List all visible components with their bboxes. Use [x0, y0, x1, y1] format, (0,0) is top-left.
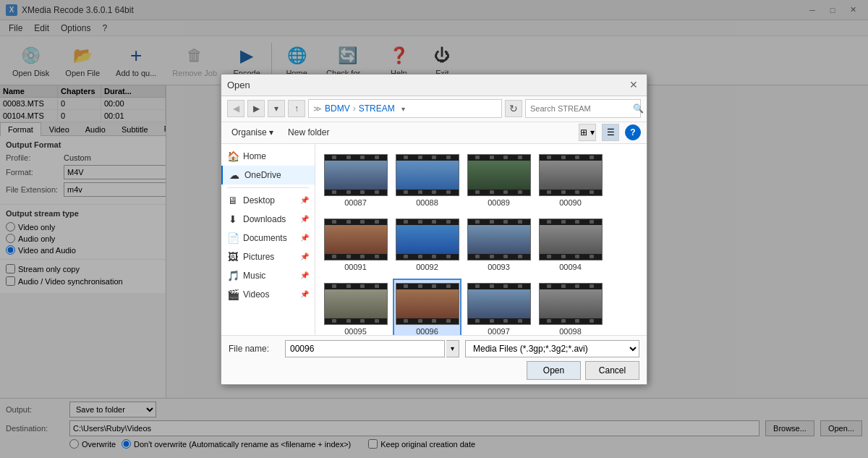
breadcrumb-stream[interactable]: STREAM [359, 103, 395, 114]
file-grid: 00087 00088 [315, 144, 647, 335]
thumb-img-00090 [539, 154, 603, 196]
thumb-img-00091 [324, 219, 388, 260]
sidebar-desktop[interactable]: 🖥 Desktop 📌 [221, 191, 315, 210]
film-strip-bottom [468, 254, 530, 260]
file-00091[interactable]: 00091 [321, 214, 390, 276]
dialog-open-button[interactable]: Open [527, 361, 581, 380]
film-strip-top [325, 284, 387, 289]
modal-overlay: Open ✕ ◀ ▶ ▾ ↑ ≫ BDMV › STREAM ▾ ↻ 🔍 [0, 0, 868, 458]
music-pin-icon: 📌 [300, 271, 309, 279]
file-00089[interactable]: 00089 [464, 150, 533, 211]
filename-row: File name: ▾ Media Files (*.3gp;*.3g2;*.… [229, 340, 639, 357]
breadcrumb-sep: › [353, 103, 356, 114]
sidebar-music[interactable]: 🎵 Music 📌 [221, 266, 315, 285]
desktop-sidebar-icon: 🖥 [227, 195, 239, 206]
dialog-cancel-button[interactable]: Cancel [585, 361, 639, 380]
file-00092[interactable]: 00092 [393, 214, 461, 276]
search-icon: 🔍 [633, 103, 644, 114]
thumb-scene-00092 [396, 225, 459, 254]
file-00097[interactable]: 00097 [464, 279, 533, 335]
film-strip-bottom [468, 190, 530, 195]
open-dialog: Open ✕ ◀ ▶ ▾ ↑ ≫ BDMV › STREAM ▾ ↻ 🔍 [221, 74, 647, 385]
thumb-img-00096 [396, 283, 459, 325]
dialog-body: 🏠 Home ☁ OneDrive 🖥 Desktop 📌 ⬇ Download… [221, 144, 647, 335]
downloads-sidebar-icon: ⬇ [227, 213, 239, 225]
view-list-button[interactable]: ☰ [602, 124, 619, 141]
thumb-scene-00088 [396, 161, 459, 190]
file-filter-select[interactable]: Media Files (*.3gp;*.3g2;*.avi) [465, 340, 639, 357]
film-strip-top [540, 155, 602, 161]
search-box: 🔍 [525, 99, 641, 118]
dialog-help-button[interactable]: ? [625, 124, 641, 140]
sidebar-onedrive[interactable]: ☁ OneDrive [221, 166, 315, 185]
file-00093[interactable]: 00093 [464, 214, 533, 276]
sidebar-home[interactable]: 🏠 Home [221, 147, 315, 166]
dialog-close-button[interactable]: ✕ [626, 77, 641, 92]
dialog-sidebar: 🏠 Home ☁ OneDrive 🖥 Desktop 📌 ⬇ Download… [221, 144, 315, 335]
sidebar-documents[interactable]: 📄 Documents 📌 [221, 229, 315, 247]
film-strip-top [396, 155, 459, 161]
file-00090[interactable]: 00090 [536, 150, 605, 211]
filename-dropdown[interactable]: ▾ [446, 340, 459, 357]
nav-up-button[interactable]: ↑ [288, 100, 305, 117]
file-00095[interactable]: 00095 [321, 279, 390, 335]
film-strip-top [396, 284, 459, 289]
sidebar-home-label: Home [243, 151, 266, 161]
film-strip-top [468, 155, 530, 161]
filename-input-wrap: ▾ [285, 340, 459, 357]
sidebar-videos-label: Videos [243, 289, 269, 300]
sidebar-music-label: Music [243, 271, 265, 281]
film-strip-top [468, 219, 530, 225]
file-label-00091: 00091 [344, 263, 367, 271]
thumb-scene-00094 [540, 225, 602, 254]
sidebar-pictures[interactable]: 🖼 Pictures 📌 [221, 247, 315, 266]
film-strip-bottom [396, 318, 459, 324]
dialog-title: Open [227, 80, 250, 90]
file-label-00088: 00088 [416, 198, 438, 207]
thumb-img-00095 [324, 283, 388, 325]
film-strip-bottom [540, 254, 602, 260]
view-grid-button[interactable]: ⊞ ▾ [579, 124, 596, 141]
nav-back-button[interactable]: ◀ [227, 100, 244, 117]
file-00094[interactable]: 00094 [536, 214, 605, 276]
filename-input[interactable] [285, 340, 445, 357]
downloads-pin-icon: 📌 [300, 215, 309, 223]
file-00087[interactable]: 00087 [321, 150, 390, 211]
breadcrumb-bdmv[interactable]: BDMV [325, 103, 350, 114]
sidebar-divider [227, 187, 309, 188]
dialog-title-bar: Open ✕ [221, 75, 647, 96]
sidebar-desktop-label: Desktop [243, 195, 275, 205]
sidebar-videos[interactable]: 🎬 Videos 📌 [221, 285, 315, 304]
file-00088[interactable]: 00088 [393, 150, 461, 211]
thumb-scene-00091 [325, 225, 387, 254]
thumb-scene-00095 [325, 289, 387, 318]
thumb-scene-00089 [468, 161, 530, 190]
new-folder-button[interactable]: New folder [284, 126, 333, 139]
desktop-pin-icon: 📌 [300, 196, 309, 204]
thumb-img-00087 [324, 154, 388, 196]
file-00096[interactable]: 00096 [393, 279, 461, 335]
thumb-img-00097 [467, 283, 531, 325]
thumb-img-00092 [396, 219, 459, 260]
file-label-00089: 00089 [488, 198, 510, 207]
file-label-00087: 00087 [344, 198, 367, 207]
documents-sidebar-icon: 📄 [227, 232, 239, 244]
dialog-footer: File name: ▾ Media Files (*.3gp;*.3g2;*.… [221, 335, 647, 384]
file-00098[interactable]: 00098 [536, 279, 605, 335]
organise-button[interactable]: Organise ▾ [227, 126, 278, 139]
nav-refresh-button[interactable]: ↻ [505, 100, 522, 117]
documents-pin-icon: 📌 [300, 234, 309, 242]
film-strip-bottom [468, 318, 530, 324]
nav-recent-button[interactable]: ▾ [268, 100, 285, 117]
film-strip-bottom [325, 190, 387, 195]
search-input[interactable] [530, 104, 630, 113]
film-strip-bottom [540, 190, 602, 195]
thumb-img-00089 [467, 154, 531, 196]
breadcrumb-dropdown-button[interactable]: ▾ [398, 103, 409, 114]
filter-wrap: Media Files (*.3gp;*.3g2;*.avi) [465, 340, 639, 357]
videos-sidebar-icon: 🎬 [227, 289, 239, 300]
film-strip-top [540, 219, 602, 225]
dialog-nav: ◀ ▶ ▾ ↑ ≫ BDMV › STREAM ▾ ↻ 🔍 [221, 96, 647, 122]
sidebar-downloads[interactable]: ⬇ Downloads 📌 [221, 210, 315, 229]
nav-forward-button[interactable]: ▶ [247, 100, 265, 117]
